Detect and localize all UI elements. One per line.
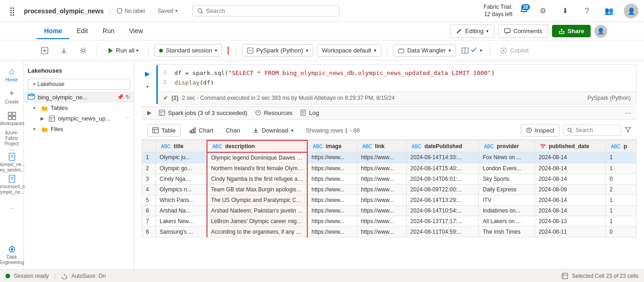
run-all-btn[interactable]: Run all ▾ <box>103 44 143 57</box>
chart-tab-button[interactable]: Chart <box>184 124 218 137</box>
search-input[interactable] <box>206 7 334 14</box>
col-header-p[interactable]: ABCp <box>606 140 637 152</box>
table-row[interactable]: 8 Samsung's ... According to the organis… <box>142 226 637 237</box>
resources-item[interactable]: Resources <box>255 109 293 116</box>
user-avatar[interactable]: 👤 <box>624 4 638 18</box>
nav-data-eng-label: DataEngineering <box>0 254 24 265</box>
col-header-image[interactable]: ABCimage <box>307 140 357 152</box>
cell-published-date: 2024-08-14 <box>535 163 605 173</box>
settings-toolbar-button[interactable] <box>75 44 91 57</box>
label-badge: No label <box>116 8 145 14</box>
ribbon-user-icon[interactable]: 👤 <box>594 25 607 38</box>
spark-more-button[interactable]: ⋯ <box>625 109 631 116</box>
tab-view[interactable]: View <box>122 23 150 39</box>
add-lakehouse-button[interactable]: + Lakehouse <box>28 79 130 90</box>
add-cell-button[interactable] <box>37 44 52 57</box>
cell-expand-button[interactable]: ▾ <box>142 81 153 92</box>
wrangler-icon <box>398 47 404 54</box>
table-more-icon[interactable]: ⋯ <box>125 115 130 121</box>
nav-olympic-sentim[interactable]: olympic_ne...ws_sentim... <box>2 153 22 173</box>
tab-run[interactable]: Run <box>95 23 122 39</box>
code-editor[interactable]: 1 df = spark.sql("SELECT * FROM bing_oly… <box>158 65 636 92</box>
comments-button[interactable]: Comments <box>498 24 548 38</box>
table-row[interactable]: 5 Which Paris... The US Olympic and Para… <box>142 195 637 205</box>
pyspark-button[interactable]: PySpark (Python) ▾ <box>242 44 313 57</box>
help-icon[interactable]: ? <box>580 4 594 18</box>
table-row[interactable]: 6 Arshad Na... Arshad Nadeem, Pakistan's… <box>142 205 637 216</box>
table-search-box[interactable] <box>563 125 621 136</box>
log-icon <box>300 109 306 116</box>
search-box[interactable] <box>192 5 339 17</box>
row-num: 6 <box>142 205 156 216</box>
table-row[interactable]: 4 Olympics n... Team GB star Max Burgin … <box>142 184 637 195</box>
cell-p: 0 <box>606 226 637 237</box>
col-header-published-date[interactable]: 📅published_date <box>535 140 605 152</box>
nav-home[interactable]: ⌂ Home <box>2 64 22 85</box>
share-people-icon[interactable]: 👥 <box>602 4 616 18</box>
cell-description: Cindy Ngamba is the first refugee athle.… <box>207 173 308 184</box>
notification-button[interactable]: 28 <box>520 6 528 16</box>
nav-data-engineering[interactable]: DataEngineering <box>2 245 22 265</box>
refresh-icon[interactable]: ↻ <box>126 94 130 100</box>
status-left: Session ready | AutoSave: On <box>6 273 106 279</box>
cell-provider: ITV <box>479 195 535 205</box>
nav-azure[interactable]: Azure-FabricProject -... <box>2 131 22 151</box>
saved-badge[interactable]: Saved ▾ <box>158 8 178 14</box>
pin-icon[interactable]: 📌 <box>117 94 124 100</box>
cell-run-button[interactable]: ▶ <box>142 68 153 79</box>
svg-rect-22 <box>12 116 16 120</box>
data-wrangler-button[interactable]: Data Wrangler ▾ <box>393 44 456 57</box>
copilot-button[interactable]: Copilot <box>495 45 533 57</box>
code-line-1: df = spark.sql("SELECT * FROM bing_olymp… <box>174 69 495 78</box>
tab-edit[interactable]: Edit <box>69 23 95 39</box>
download-icon[interactable]: ⬇ <box>558 4 572 18</box>
spark-jobs-item[interactable]: Spark jobs (3 of 3 succeeded) <box>159 109 247 116</box>
nav-more[interactable]: ... <box>2 197 22 217</box>
workspace-button[interactable]: Workspace default ▾ <box>317 44 381 57</box>
inspect-button[interactable]: Inspect <box>521 124 559 137</box>
col-header-title[interactable]: ABCtitle <box>156 140 207 152</box>
cell-title: Arshad Na... <box>156 205 207 216</box>
table-tab-button[interactable]: Table <box>147 124 181 137</box>
cell-p: 2 <box>606 184 637 195</box>
filter-icon[interactable] <box>625 127 631 134</box>
log-item[interactable]: Log <box>300 109 319 116</box>
col-header-link[interactable]: ABClink <box>357 140 406 152</box>
table-row[interactable]: 3 Cindy Nga... Cindy Ngamba is the first… <box>142 173 637 184</box>
table-search-input[interactable] <box>575 127 617 133</box>
files-section[interactable]: ▾ Files <box>24 124 134 134</box>
table-row[interactable]: 2 Olympic go... Northern Ireland's first… <box>142 163 637 173</box>
olympic-table-item[interactable]: ▶ olympic_news_up... ⋯ <box>24 113 134 124</box>
saved-chevron: ▾ <box>175 8 178 13</box>
nav-workspaces[interactable]: Workspaces <box>2 109 22 129</box>
data-table-wrapper[interactable]: ABCtitle ABCdescription ABCimage ABClink… <box>142 140 637 241</box>
tab-home[interactable]: Home <box>37 23 69 39</box>
cell-provider: Sky Sports <box>479 173 535 184</box>
col-header-provider[interactable]: ABCprovider <box>479 140 535 152</box>
cell-title: Samsung's ... <box>156 226 207 237</box>
current-file-item[interactable]: bing_olympic_ne... 📌 ↻ <box>24 92 134 103</box>
database-icon <box>28 93 35 101</box>
spark-expand-icon[interactable]: ▶ <box>147 109 151 116</box>
cell-body: 1 df = spark.sql("SELECT * FROM bing_oly… <box>156 64 637 104</box>
split-icon <box>461 47 469 54</box>
vscode-toggle[interactable]: ▾ <box>461 47 482 54</box>
app-grid-icon[interactable]: ⣿ <box>6 5 18 17</box>
download-toolbar-button[interactable] <box>56 44 72 57</box>
share-button[interactable]: Share <box>552 25 591 37</box>
svg-rect-11 <box>398 49 404 53</box>
editing-button[interactable]: Editing ▾ <box>450 24 494 38</box>
table-row[interactable]: 1 Olympic ju... Olympic legend Dominique… <box>142 152 637 163</box>
session-button[interactable]: Standard session ▾ <box>154 44 222 57</box>
cell-image: https://www... <box>307 226 357 237</box>
table-row[interactable]: 7 Lakers New... LeBron James' Olympic ca… <box>142 216 637 226</box>
svg-rect-3 <box>505 29 510 33</box>
chan-tab-button[interactable]: Chan <box>222 125 244 136</box>
col-header-description[interactable]: ABCdescription <box>207 140 308 152</box>
tables-section[interactable]: ▾ Tables <box>24 103 134 113</box>
nav-create[interactable]: + Create <box>2 86 22 107</box>
nav-processed-olympic[interactable]: processed_olympic_ne... <box>2 175 22 195</box>
download-tab-button[interactable]: Download ▾ <box>247 124 299 137</box>
col-header-datepublished[interactable]: ABCdatePublished <box>407 140 479 152</box>
settings-icon[interactable]: ⚙ <box>535 4 550 18</box>
